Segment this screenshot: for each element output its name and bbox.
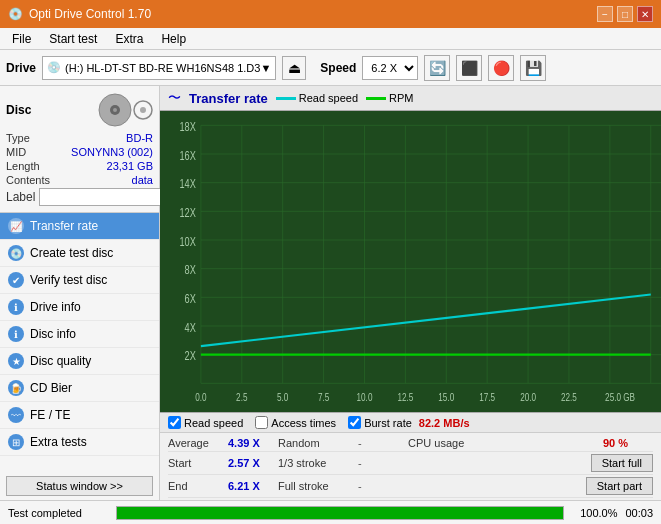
drive-value: (H:) HL-DT-ST BD-RE WH16NS48 1.D3 <box>65 62 260 74</box>
disc-icon <box>97 92 133 128</box>
svg-text:6X: 6X <box>185 292 197 306</box>
app-icon: 💿 <box>8 7 23 21</box>
svg-text:0.0: 0.0 <box>195 390 207 403</box>
app-title: Opti Drive Control 1.70 <box>29 7 151 21</box>
svg-text:7.5: 7.5 <box>318 390 330 403</box>
menu-file[interactable]: File <box>4 30 39 48</box>
eject-button[interactable]: ⏏ <box>282 56 306 80</box>
burst-rate-value: 82.2 MB/s <box>419 417 470 429</box>
nav-transfer-rate[interactable]: 📈 Transfer rate <box>0 213 159 240</box>
drive-selector[interactable]: 💿 (H:) HL-DT-ST BD-RE WH16NS48 1.D3 ▼ <box>42 56 276 80</box>
nav-drive-info[interactable]: ℹ Drive info <box>0 294 159 321</box>
title-bar: 💿 Opti Drive Control 1.70 − □ ✕ <box>0 0 661 28</box>
access-times-checkbox[interactable] <box>255 416 268 429</box>
drive-info-icon: ℹ <box>8 299 24 315</box>
access-times-checkbox-item[interactable]: Access times <box>255 416 336 429</box>
avg-label: Average <box>168 437 228 449</box>
svg-text:17.5: 17.5 <box>479 390 495 403</box>
minimize-button[interactable]: − <box>597 6 613 22</box>
end-label: End <box>168 480 228 492</box>
menu-start-test[interactable]: Start test <box>41 30 105 48</box>
menu-bar: File Start test Extra Help <box>0 28 661 50</box>
cd-bier-icon: 🍺 <box>8 380 24 396</box>
nav-verify-test-disc[interactable]: ✔ Verify test disc <box>0 267 159 294</box>
nav-items: 📈 Transfer rate 💿 Create test disc ✔ Ver… <box>0 213 159 472</box>
random-value: - <box>358 437 388 449</box>
nav-verify-test-disc-label: Verify test disc <box>30 273 107 287</box>
label-label: Label <box>6 190 35 204</box>
mid-label: MID <box>6 146 26 158</box>
nav-cd-bier[interactable]: 🍺 CD Bier <box>0 375 159 402</box>
toolbar: Drive 💿 (H:) HL-DT-ST BD-RE WH16NS48 1.D… <box>0 50 661 86</box>
stats-end-row: End 6.21 X Full stroke - Start part <box>168 475 653 498</box>
chart-area: 18X 16X 14X 12X 10X 8X 6X 4X 2X 0.0 2.5 … <box>160 111 661 412</box>
start-label: Start <box>168 457 228 469</box>
read-speed-check-label: Read speed <box>184 417 243 429</box>
speed-label: Speed <box>320 61 356 75</box>
contents-label: Contents <box>6 174 50 186</box>
end-value: 6.21 X <box>228 480 278 492</box>
save-button[interactable]: 💾 <box>520 55 546 81</box>
burn-button[interactable]: 🔴 <box>488 55 514 81</box>
svg-text:4X: 4X <box>185 320 197 334</box>
nav-disc-quality-label: Disc quality <box>30 354 91 368</box>
menu-help[interactable]: Help <box>153 30 194 48</box>
content-area: 〜 Transfer rate Read speed RPM <box>160 86 661 500</box>
legend-rpm: RPM <box>366 92 413 104</box>
svg-text:22.5: 22.5 <box>561 390 577 403</box>
chart-title: Transfer rate <box>189 91 268 106</box>
start-full-button[interactable]: Start full <box>591 454 653 472</box>
nav-disc-info[interactable]: ℹ Disc info <box>0 321 159 348</box>
length-value: 23,31 GB <box>107 160 153 172</box>
verify-disc-icon: ✔ <box>8 272 24 288</box>
disc-panel: Disc Type BD-R MID <box>0 86 159 213</box>
erase-button[interactable]: ⬛ <box>456 55 482 81</box>
mid-value: SONYNN3 (002) <box>71 146 153 158</box>
nav-fe-te-label: FE / TE <box>30 408 70 422</box>
burst-rate-checkbox-item[interactable]: Burst rate 82.2 MB/s <box>348 416 469 429</box>
svg-text:12X: 12X <box>179 206 196 220</box>
length-label: Length <box>6 160 40 172</box>
avg-value: 4.39 X <box>228 437 278 449</box>
close-button[interactable]: ✕ <box>637 6 653 22</box>
svg-text:10X: 10X <box>179 234 196 248</box>
nav-cd-bier-label: CD Bier <box>30 381 72 395</box>
read-speed-color <box>276 97 296 100</box>
nav-extra-tests[interactable]: ⊞ Extra tests <box>0 429 159 456</box>
speed-select[interactable]: 6.2 X <box>362 56 418 80</box>
stats-start-row: Start 2.57 X 1/3 stroke - Start full <box>168 452 653 475</box>
maximize-button[interactable]: □ <box>617 6 633 22</box>
read-speed-checkbox-item[interactable]: Read speed <box>168 416 243 429</box>
menu-extra[interactable]: Extra <box>107 30 151 48</box>
burst-rate-checkbox[interactable] <box>348 416 361 429</box>
svg-text:16X: 16X <box>179 148 196 162</box>
cpu-value: 90 % <box>603 437 653 449</box>
cpu-label: CPU usage <box>408 437 488 449</box>
chart-controls: Read speed Access times Burst rate 82.2 … <box>160 412 661 432</box>
nav-extra-tests-label: Extra tests <box>30 435 87 449</box>
type-value: BD-R <box>126 132 153 144</box>
svg-text:18X: 18X <box>179 120 196 134</box>
nav-disc-quality[interactable]: ★ Disc quality <box>0 348 159 375</box>
status-bar: Test completed 100.0% 00:03 <box>0 500 661 524</box>
sidebar: Disc Type BD-R MID <box>0 86 160 500</box>
svg-text:5.0: 5.0 <box>277 390 289 403</box>
disc-secondary-icon <box>133 100 153 120</box>
read-speed-checkbox[interactable] <box>168 416 181 429</box>
start-part-button[interactable]: Start part <box>586 477 653 495</box>
svg-text:10.0: 10.0 <box>357 390 373 403</box>
legend-read-speed: Read speed <box>276 92 358 104</box>
svg-point-4 <box>140 107 146 113</box>
type-label: Type <box>6 132 30 144</box>
nav-fe-te[interactable]: 〰 FE / TE <box>0 402 159 429</box>
rpm-color <box>366 97 386 100</box>
status-window-button[interactable]: Status window >> <box>6 476 153 496</box>
refresh-button[interactable]: 🔄 <box>424 55 450 81</box>
nav-create-test-disc[interactable]: 💿 Create test disc <box>0 240 159 267</box>
svg-text:14X: 14X <box>179 177 196 191</box>
stats-average-row: Average 4.39 X Random - CPU usage 90 % <box>168 435 653 452</box>
disc-info-icon: ℹ <box>8 326 24 342</box>
progress-pct: 100.0% <box>572 507 617 519</box>
disc-quality-icon: ★ <box>8 353 24 369</box>
svg-point-2 <box>113 108 117 112</box>
